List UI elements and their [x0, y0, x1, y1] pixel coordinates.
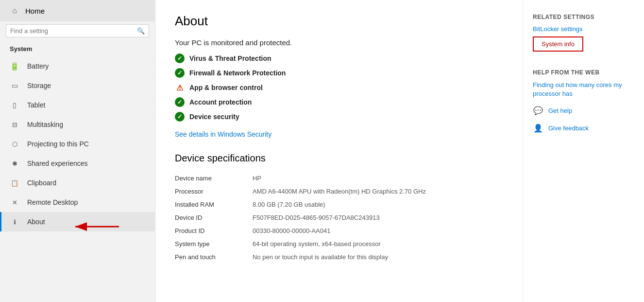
sidebar-item-label: Projecting to this PC [27, 140, 89, 148]
page-title: About [175, 14, 503, 29]
spec-value-device-name: HP [253, 173, 503, 184]
spec-label-device-id: Device ID [175, 212, 253, 223]
sidebar-home[interactable]: ⌂ Home [0, 0, 155, 21]
give-feedback-link[interactable]: Give feedback [548, 124, 589, 132]
search-icon: 🔍 [137, 27, 145, 35]
give-feedback-item[interactable]: 👤 Give feedback [533, 123, 634, 133]
spec-label-pen-touch: Pen and touch [175, 251, 253, 263]
sidebar-item-projecting[interactable]: ⬡ Projecting to this PC [0, 134, 155, 154]
red-arrow-annotation [66, 218, 124, 235]
help-link[interactable]: Finding out how many cores my processor … [533, 81, 634, 98]
home-label: Home [25, 7, 45, 15]
search-input[interactable] [10, 27, 134, 35]
bitlocker-link[interactable]: BitLocker settings [533, 25, 634, 33]
protection-label-account: Account protection [189, 98, 252, 106]
system-info-button[interactable]: System info [533, 36, 583, 52]
give-feedback-icon: 👤 [533, 123, 543, 133]
clipboard-icon: 📋 [10, 178, 19, 188]
check-icon-account: ✓ [175, 97, 185, 107]
sidebar-item-multitasking[interactable]: ⊟ Multitasking [0, 115, 155, 134]
sidebar-item-label: Storage [27, 82, 51, 89]
tablet-icon: ▯ [10, 100, 19, 110]
sidebar-item-label: Tablet [27, 101, 45, 109]
sidebar-item-about[interactable]: ℹ About [0, 212, 155, 231]
sidebar-item-label: Multitasking [27, 121, 63, 128]
check-icon-firewall: ✓ [175, 68, 185, 78]
sidebar: ⌂ Home 🔍 System 🔋 Battery ▭ Storage ▯ Ta… [0, 0, 155, 302]
protection-label-virus: Virus & Threat Protection [189, 54, 271, 62]
section-title: System [0, 42, 155, 56]
spec-label-product-id: Product ID [175, 225, 253, 236]
device-specs-title: Device specifications [175, 153, 503, 164]
protection-label-app-browser: App & browser control [189, 84, 263, 91]
sidebar-item-battery[interactable]: 🔋 Battery [0, 56, 155, 76]
about-icon: ℹ [10, 217, 19, 227]
get-help-icon: 💬 [533, 105, 543, 116]
specs-table: Device name HP Processor AMD A6-4400M AP… [175, 173, 503, 263]
protection-item-firewall: ✓ Firewall & Network Protection [175, 68, 503, 78]
protection-item-account: ✓ Account protection [175, 97, 503, 107]
sidebar-item-shared[interactable]: ✱ Shared experiences [0, 154, 155, 173]
protection-item-virus: ✓ Virus & Threat Protection [175, 53, 503, 63]
sidebar-item-storage[interactable]: ▭ Storage [0, 76, 155, 95]
protection-item-app-browser: ⚠ App & browser control [175, 83, 503, 92]
sidebar-item-clipboard[interactable]: 📋 Clipboard [0, 173, 155, 193]
home-icon: ⌂ [10, 6, 19, 16]
spec-label-system-type: System type [175, 238, 253, 249]
sidebar-item-label: About [27, 218, 45, 226]
multitasking-icon: ⊟ [10, 120, 19, 129]
sidebar-item-label: Battery [27, 62, 49, 70]
protection-label-device-security: Device security [189, 113, 239, 121]
protection-list: ✓ Virus & Threat Protection ✓ Firewall &… [175, 53, 503, 122]
spec-label-ram: Installed RAM [175, 199, 253, 210]
right-panel: Related settings BitLocker settings Syst… [523, 0, 644, 302]
spec-label-device-name: Device name [175, 173, 253, 184]
projecting-icon: ⬡ [10, 139, 19, 149]
related-settings-title: Related settings [533, 14, 634, 20]
get-help-item[interactable]: 💬 Get help [533, 105, 634, 116]
check-icon-device-security: ✓ [175, 112, 185, 122]
spec-value-system-type: 64-bit operating system, x64-based proce… [253, 238, 503, 249]
main-content: About Your PC is monitored and protected… [155, 0, 523, 302]
spec-value-device-id: F507F8ED-D025-4865-9057-67DA8C243913 [253, 212, 503, 223]
protection-item-device-security: ✓ Device security [175, 112, 503, 122]
protection-header: Your PC is monitored and protected. [175, 38, 503, 47]
help-title: Help from the web [533, 69, 634, 76]
check-icon-virus: ✓ [175, 53, 185, 63]
warn-icon-app-browser: ⚠ [175, 83, 185, 92]
spec-value-pen-touch: No pen or touch input is available for t… [253, 251, 503, 263]
sidebar-item-remote[interactable]: ✕ Remote Desktop [0, 193, 155, 212]
remote-icon: ✕ [10, 197, 19, 207]
spec-value-processor: AMD A6-4400M APU with Radeon(tm) HD Grap… [253, 186, 503, 197]
sidebar-item-label: Shared experiences [27, 160, 88, 167]
get-help-link[interactable]: Get help [548, 107, 572, 114]
sidebar-item-tablet[interactable]: ▯ Tablet [0, 95, 155, 115]
storage-icon: ▭ [10, 81, 19, 90]
spec-label-processor: Processor [175, 186, 253, 197]
sidebar-item-label: Clipboard [27, 179, 56, 187]
battery-icon: 🔋 [10, 61, 19, 71]
spec-value-product-id: 00330-80000-00000-AA041 [253, 225, 503, 236]
search-box[interactable]: 🔍 [6, 24, 149, 37]
protection-label-firewall: Firewall & Network Protection [189, 69, 286, 77]
spec-value-ram: 8.00 GB (7.20 GB usable) [253, 199, 503, 210]
sidebar-item-label: Remote Desktop [27, 198, 78, 206]
shared-icon: ✱ [10, 159, 19, 168]
see-details-link[interactable]: See details in Windows Security [175, 130, 271, 138]
